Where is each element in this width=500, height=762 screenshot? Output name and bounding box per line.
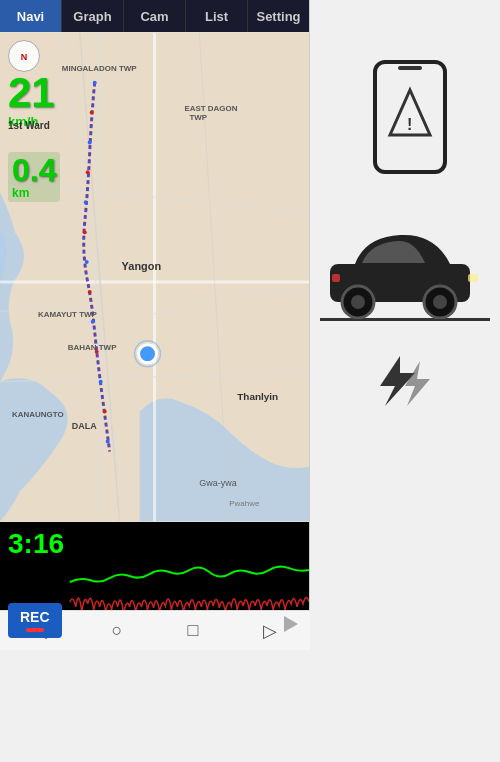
lightning-illustration [365, 351, 445, 415]
home-button[interactable]: ○ [112, 620, 123, 641]
svg-point-10 [88, 140, 92, 144]
svg-text:Thanlyin: Thanlyin [237, 391, 278, 402]
svg-text:EAST DAGON: EAST DAGON [184, 104, 237, 113]
cam-label: Cam [140, 9, 168, 24]
rec-indicator [26, 628, 44, 632]
svg-point-21 [139, 345, 157, 363]
svg-text:KANAUNGTO: KANAUNGTO [12, 410, 64, 419]
nav-graph[interactable]: Graph [62, 0, 124, 32]
play-icon [284, 616, 298, 632]
graph-label: Graph [73, 9, 111, 24]
svg-text:KAMAYUT TWP: KAMAYUT TWP [38, 310, 98, 319]
svg-point-8 [93, 81, 97, 85]
setting-label: Setting [256, 9, 300, 24]
right-illustration: ! [310, 0, 500, 762]
recents-button[interactable]: □ [188, 620, 199, 641]
timer-display: 3:16 [8, 528, 64, 560]
phone-warning-svg: ! [370, 60, 450, 175]
svg-point-18 [99, 380, 103, 384]
nav-navi[interactable]: Navi [0, 0, 62, 32]
rec-label: REC [20, 609, 50, 625]
svg-point-20 [106, 439, 110, 443]
svg-point-19 [103, 410, 107, 414]
nav-bar: Navi Graph Cam List Setting [0, 0, 309, 32]
svg-point-9 [90, 111, 94, 115]
svg-text:DALA: DALA [72, 422, 97, 432]
svg-text:MINGALADON TWP: MINGALADON TWP [62, 64, 137, 73]
svg-rect-43 [468, 274, 478, 282]
compass: N [8, 40, 40, 72]
svg-point-12 [84, 200, 88, 204]
svg-text:Gwa-ywa: Gwa-ywa [199, 478, 236, 488]
warning-phone-illustration: ! [370, 60, 450, 179]
nav-list[interactable]: List [186, 0, 248, 32]
svg-point-14 [85, 260, 89, 264]
phone-screen: Navi Graph Cam List Setting [0, 0, 310, 650]
location-label: 1st Ward [8, 120, 50, 131]
nav-cam[interactable]: Cam [124, 0, 186, 32]
svg-text:Yangon: Yangon [122, 260, 162, 272]
svg-point-11 [86, 170, 90, 174]
svg-rect-36 [398, 66, 422, 70]
dist-display: 0.4 km [8, 152, 60, 202]
speed-value: 21 [8, 72, 55, 114]
nav-setting[interactable]: Setting [248, 0, 309, 32]
next-button[interactable]: ▷ [263, 620, 277, 642]
svg-text:Pwahwe: Pwahwe [229, 499, 260, 508]
list-label: List [205, 9, 228, 24]
dist-unit: km [12, 186, 56, 200]
lightning-svg [365, 351, 445, 411]
car-illustration [320, 219, 490, 321]
svg-point-42 [433, 295, 447, 309]
svg-point-16 [91, 320, 95, 324]
svg-point-40 [351, 295, 365, 309]
navi-label: Navi [17, 9, 44, 24]
map-area[interactable]: MINGALADON TWP EAST DAGON TWP Yangon KAM… [0, 32, 309, 522]
svg-point-13 [83, 230, 87, 234]
svg-rect-44 [332, 274, 340, 282]
svg-text:BAHAN TWP: BAHAN TWP [68, 343, 117, 352]
dist-value: 0.4 [12, 154, 56, 186]
compass-north: N [21, 52, 28, 62]
svg-text:!: ! [407, 116, 412, 133]
svg-text:TWP: TWP [189, 114, 207, 123]
svg-point-15 [88, 290, 92, 294]
car-svg [320, 219, 490, 319]
play-button[interactable] [281, 614, 301, 634]
rec-button[interactable]: REC [8, 603, 62, 638]
